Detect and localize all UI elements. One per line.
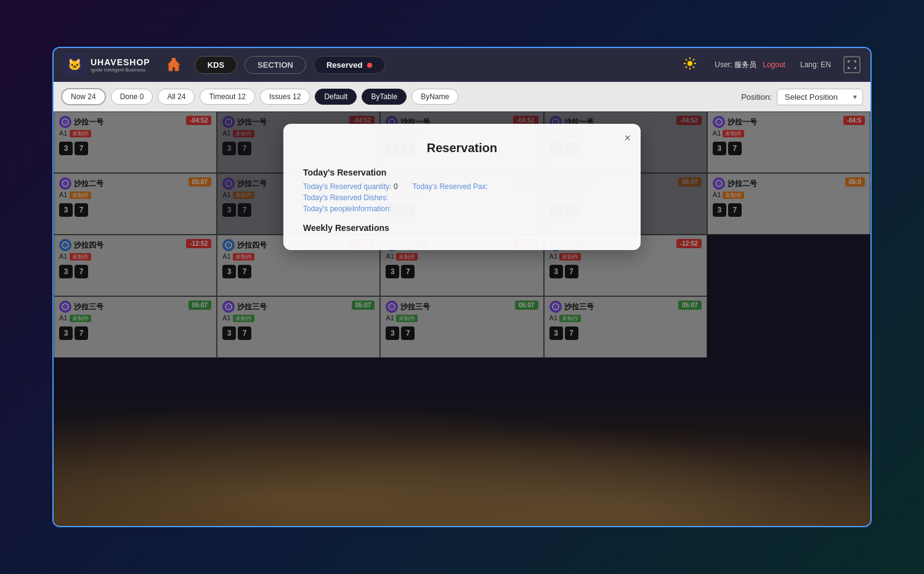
todays-pax-label: Today's Reserved Pax: <box>413 182 488 191</box>
svg-text:🐱: 🐱 <box>68 58 82 71</box>
todays-quantity-item: Today's Reserved quantity: 0 <box>303 182 398 191</box>
logo-area: 🐱 UHAVESHOP Ignite Inteligent Business <box>63 54 150 76</box>
position-select[interactable]: Select Position <box>777 89 863 105</box>
logout-button[interactable]: Logout <box>763 60 785 69</box>
main-content: i 沙拉一号 -04:52 A1 未制作 37 i 沙拉一号 <box>54 111 870 526</box>
home-button[interactable] <box>163 54 185 76</box>
position-label: Position: <box>741 92 772 102</box>
todays-quantity-label: Today's Reserved quantity: <box>303 182 392 191</box>
svg-line-9 <box>686 59 687 60</box>
position-area: Position: Select Position ▼ <box>741 89 863 105</box>
section-button[interactable]: SECTION <box>245 56 306 74</box>
todays-dishes-label: Today's Reserved Dishes: <box>303 193 388 202</box>
reserved-dot <box>367 63 372 68</box>
reservation-modal: Reservation × Today's Reservation Today'… <box>283 124 641 250</box>
todays-people-item: Today's peopleInformation: <box>303 204 391 213</box>
filter-bar: Now 24 Done 0 All 24 Timeout 12 Issues 1… <box>54 82 870 111</box>
logo-title: UHAVESHOP <box>91 57 150 67</box>
reservation-people-row: Today's peopleInformation: <box>303 204 621 213</box>
todays-pax-item: Today's Reserved Pax: <box>413 182 488 191</box>
reservation-quantity-row: Today's Reserved quantity: 0 Today's Res… <box>303 182 621 191</box>
username: 服务员 <box>734 60 756 69</box>
todays-reservation-heading: Today's Reservation <box>303 168 621 177</box>
logo-text: UHAVESHOP Ignite Inteligent Business <box>91 57 150 73</box>
header: 🐱 UHAVESHOP Ignite Inteligent Business K… <box>54 48 870 82</box>
svg-point-4 <box>687 61 692 66</box>
weekly-reservations-heading: Weekly Reservations <box>303 223 621 233</box>
lang-info: Lang: EN <box>800 60 831 69</box>
done-filter-button[interactable]: Done 0 <box>111 89 153 105</box>
logo-subtitle: Ignite Inteligent Business <box>91 67 150 73</box>
timeout-filter-button[interactable]: Timeout 12 <box>200 89 255 105</box>
modal-close-button[interactable]: × <box>624 132 631 144</box>
kds-button[interactable]: KDS <box>195 56 237 74</box>
all-filter-button[interactable]: All 24 <box>158 89 195 105</box>
svg-rect-3 <box>172 58 176 61</box>
modal-title: Reservation <box>303 141 621 155</box>
sun-icon[interactable] <box>683 56 697 74</box>
logo-icon: 🐱 <box>63 54 86 76</box>
todays-dishes-item: Today's Reserved Dishes: <box>303 193 388 202</box>
fullscreen-button[interactable] <box>843 56 861 73</box>
svg-line-10 <box>693 66 694 67</box>
by-name-filter-button[interactable]: ByName <box>411 89 458 105</box>
weekly-reservation-section: Weekly Reservations <box>303 223 621 233</box>
todays-people-label: Today's peopleInformation: <box>303 204 391 213</box>
svg-line-12 <box>686 66 687 67</box>
issues-filter-button[interactable]: Issues 12 <box>260 89 310 105</box>
svg-line-11 <box>693 59 694 60</box>
user-info: User: 服务员 Logout <box>715 60 785 70</box>
reservation-dishes-row: Today's Reserved Dishes: <box>303 193 621 202</box>
app-window: 🐱 UHAVESHOP Ignite Inteligent Business K… <box>52 47 872 527</box>
default-filter-button[interactable]: Default <box>315 89 357 105</box>
reserved-button[interactable]: Reserved <box>314 56 385 74</box>
home-icon <box>165 56 182 73</box>
todays-reservation-section: Today's Reservation Today's Reserved qua… <box>303 168 621 213</box>
lang-value: EN <box>821 60 831 69</box>
modal-overlay[interactable]: Reservation × Today's Reservation Today'… <box>54 111 870 526</box>
by-table-filter-button[interactable]: ByTable <box>362 89 407 105</box>
todays-quantity-value: 0 <box>394 182 398 191</box>
position-select-wrapper: Select Position ▼ <box>777 89 863 105</box>
now-filter-button[interactable]: Now 24 <box>61 88 106 105</box>
